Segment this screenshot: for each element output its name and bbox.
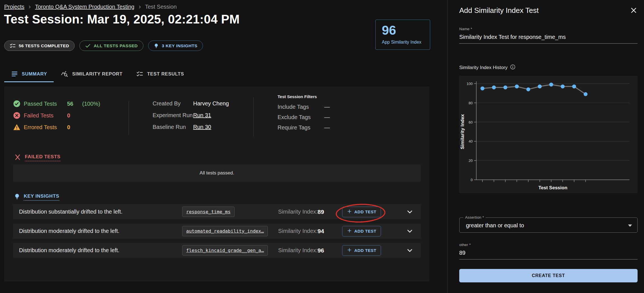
errored-tests-label: Errored Tests [24, 124, 67, 131]
add-test-label: ADD TEST [354, 229, 377, 233]
require-tags-label: Require Tags [278, 124, 324, 131]
svg-text:80: 80 [469, 101, 473, 105]
insight-row: Distribution moderately drifted to the l… [13, 243, 421, 258]
assertion-select[interactable]: Assertion * greater than or equal to [459, 218, 638, 233]
all-tests-passed-badge: ALL TESTS PASSED [79, 41, 143, 51]
metric-chip[interactable]: flesch_kincaid_grade__gen_a… [182, 245, 268, 256]
metric-chip[interactable]: response_time_ms [182, 207, 235, 217]
breadcrumb: Projects Toronto Q&A System Production T… [4, 4, 177, 10]
test-session-filters: Test Session Filters Include Tags — Excl… [278, 94, 330, 134]
summary-panel: Passed Tests 56 (100%) Failed Tests 0 Er… [4, 86, 429, 282]
add-test-button[interactable]: ADD TEST [342, 226, 381, 237]
close-icon[interactable] [629, 6, 638, 15]
dropdown-caret-icon [628, 225, 632, 227]
svg-text:40: 40 [469, 139, 473, 143]
all-tests-passed-label: ALL TESTS PASSED [94, 43, 138, 48]
insight-row: Distribution substantially drifted to th… [13, 204, 421, 219]
other-input[interactable] [459, 249, 638, 259]
chevron-down-icon[interactable] [406, 208, 414, 216]
failed-tests-value: 0 [67, 112, 82, 119]
check-circle-icon [13, 100, 20, 107]
created-by-value: Harvey Cheng [193, 100, 229, 107]
similarity-index-value: 96 [318, 247, 324, 254]
breadcrumb-link-project[interactable]: Toronto Q&A System Production Testing [35, 4, 134, 10]
test-stats: Passed Tests 56 (100%) Failed Tests 0 Er… [13, 100, 100, 131]
app-similarity-index-box: 96 App Similarity Index [375, 20, 430, 50]
main-area: Projects Toronto Q&A System Production T… [0, 0, 447, 293]
plus-icon [347, 247, 352, 253]
x-icon [14, 153, 21, 162]
include-tags-value: — [324, 104, 330, 110]
check-icon [85, 43, 91, 49]
metric-chip[interactable]: automated_readability_index… [182, 226, 268, 236]
failed-tests-label: Failed Tests [24, 112, 67, 119]
baseline-run-row: Baseline Run Run 30 [153, 123, 229, 131]
similarity-index-label: Similarity Index: [278, 228, 318, 234]
experiment-run-row: Experiment Run Run 31 [153, 112, 229, 119]
similarity-history-chart-card: 020406080100Test SessionSimilarity Index [459, 76, 638, 193]
similarity-index-value: 94 [318, 228, 324, 235]
insight-text: Distribution moderately drifted to the l… [19, 247, 119, 254]
similarity-index-label: Similarity Index: [278, 247, 318, 254]
failed-tests-row: Failed Tests 0 [13, 112, 100, 119]
include-tags-label: Include Tags [278, 104, 324, 110]
create-test-button[interactable]: CREATE TEST [459, 269, 638, 282]
created-by-row: Created By Harvey Cheng [153, 100, 229, 107]
insight-row: Distribution moderately drifted to the l… [13, 224, 421, 238]
svg-text:60: 60 [469, 120, 473, 124]
breadcrumb-link-projects[interactable]: Projects [4, 4, 24, 10]
exclude-tags-row: Exclude Tags — [278, 114, 330, 120]
key-insights-section-header: KEY INSIGHTS [14, 193, 59, 201]
exclude-tags-label: Exclude Tags [278, 114, 324, 120]
assertion-value: greater than or equal to [466, 218, 524, 233]
svg-text:Similarity Index: Similarity Index [460, 114, 465, 149]
breadcrumb-current: Test Session [145, 4, 177, 10]
app-similarity-index-label: App Similarity Index [382, 40, 424, 45]
baseline-run-link[interactable]: Run 30 [193, 124, 211, 130]
warning-triangle-icon [13, 124, 20, 131]
insight-text: Distribution substantially drifted to th… [19, 209, 122, 215]
similarity-index-history-label: Similarity Index History [459, 64, 515, 71]
other-field-group: other * [459, 243, 638, 259]
lightbulb-icon [154, 43, 159, 49]
active-tab-indicator [4, 81, 54, 82]
filters-title: Test Session Filters [278, 94, 330, 99]
require-tags-row: Require Tags — [278, 124, 330, 131]
passed-tests-value: 56 [67, 101, 82, 107]
add-test-button[interactable]: ADD TEST [342, 207, 381, 217]
summary-icon [11, 70, 18, 77]
chevron-down-icon[interactable] [406, 247, 414, 254]
info-icon[interactable] [510, 64, 515, 71]
chevron-down-icon[interactable] [406, 227, 414, 235]
tests-completed-label: 56 TESTS COMPLETED [19, 43, 69, 48]
app-root: Projects Toronto Q&A System Production T… [0, 0, 644, 293]
app-similarity-index-value: 96 [382, 23, 424, 37]
name-input[interactable] [459, 33, 638, 44]
tab-similarity-report-label: SIMILARITY REPORT [72, 71, 122, 77]
baseline-run-label: Baseline Run [153, 124, 193, 130]
exclude-tags-value: — [324, 114, 330, 120]
failed-tests-empty-state: All tests passed. [13, 164, 421, 182]
passed-tests-percent: (100%) [82, 101, 100, 107]
similarity-index-value: 89 [318, 209, 324, 215]
history-label-text: Similarity Index History [459, 65, 508, 70]
svg-text:100: 100 [467, 82, 473, 86]
tab-summary-label: SUMMARY [22, 71, 47, 77]
tab-test-results[interactable]: TEST RESULTS [129, 66, 191, 82]
failed-tests-section-header: FAILED TESTS [14, 153, 60, 162]
svg-text:0: 0 [471, 178, 473, 182]
key-insights-badge-label: 3 KEY INSIGHTS [162, 43, 198, 48]
chart-magnifier-icon [61, 70, 68, 77]
require-tags-value: — [324, 124, 330, 131]
tab-summary[interactable]: SUMMARY [4, 66, 54, 82]
checklist-icon [10, 43, 16, 49]
key-insights-badge: 3 KEY INSIGHTS [148, 41, 203, 51]
experiment-run-link[interactable]: Run 31 [193, 112, 211, 119]
name-field-group: Name * [459, 27, 638, 44]
svg-text:20: 20 [469, 159, 473, 163]
insight-text: Distribution moderately drifted to the l… [19, 228, 119, 234]
drawer-title: Add Similarity Index Test [459, 6, 539, 15]
add-similarity-test-drawer: Add Similarity Index Test Name * Similar… [447, 0, 644, 293]
tab-similarity-report[interactable]: SIMILARITY REPORT [54, 66, 129, 82]
add-test-button[interactable]: ADD TEST [342, 245, 381, 256]
